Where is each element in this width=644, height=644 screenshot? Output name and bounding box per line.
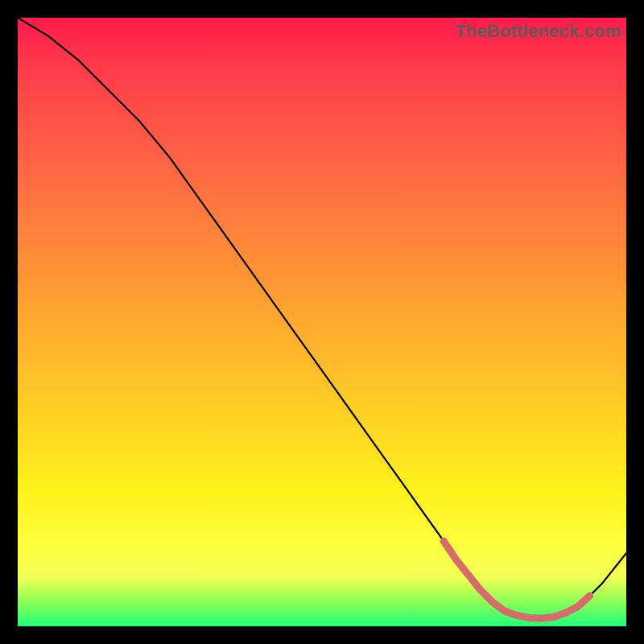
chart-svg (18, 18, 626, 626)
chart-frame: TheBottleneck.com (0, 0, 644, 644)
chart-plot-area: TheBottleneck.com (18, 18, 626, 626)
fit-highlight-path (444, 541, 589, 618)
bottleneck-curve-path (18, 18, 626, 618)
